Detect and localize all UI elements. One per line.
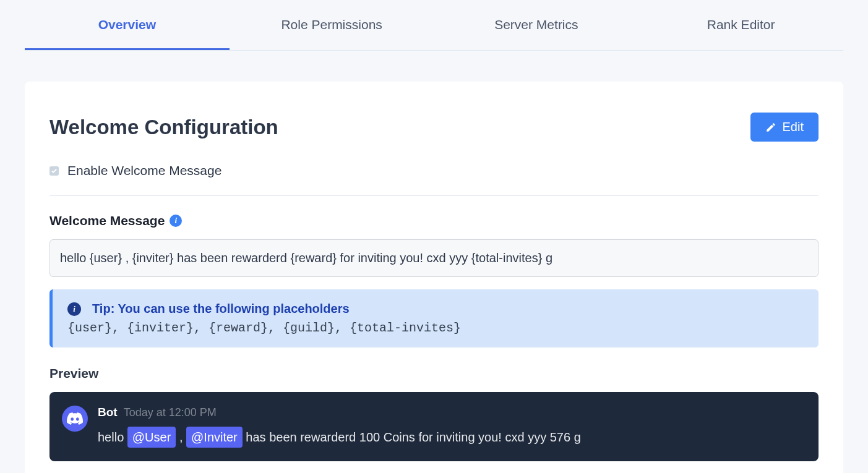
- preview-timestamp: Today at 12:00 PM: [124, 406, 217, 419]
- tab-overview[interactable]: Overview: [25, 0, 230, 50]
- inviter-mention: @Inviter: [186, 427, 243, 448]
- tip-placeholders: {user}, {inviter}, {reward}, {guild}, {t…: [67, 321, 804, 335]
- enable-welcome-label: Enable Welcome Message: [67, 163, 221, 178]
- preview-text: ,: [176, 430, 186, 444]
- tab-role-permissions[interactable]: Role Permissions: [230, 0, 434, 50]
- welcome-message-label: Welcome Message: [49, 213, 165, 228]
- edit-button[interactable]: Edit: [750, 113, 819, 142]
- welcome-message-input[interactable]: hello {user} , {inviter} has been reward…: [49, 239, 819, 277]
- tab-bar: Overview Role Permissions Server Metrics…: [25, 0, 843, 51]
- info-icon[interactable]: i: [170, 215, 182, 227]
- tip-title: Tip: You can use the following placehold…: [92, 302, 350, 316]
- info-icon: i: [67, 302, 81, 316]
- tip-header: i Tip: You can use the following placeho…: [67, 302, 804, 316]
- preview-text: hello: [98, 430, 127, 444]
- checkmark-icon: [51, 168, 58, 174]
- enable-welcome-checkbox[interactable]: [49, 166, 59, 176]
- tab-server-metrics[interactable]: Server Metrics: [434, 0, 639, 50]
- card-title: Welcome Configuration: [49, 116, 278, 139]
- preview-message: hello @User , @Inviter has been rewarder…: [98, 427, 806, 448]
- tip-box: i Tip: You can use the following placeho…: [49, 289, 819, 347]
- welcome-message-label-row: Welcome Message i: [49, 213, 819, 228]
- discord-icon: [67, 411, 83, 427]
- tab-rank-editor[interactable]: Rank Editor: [638, 0, 843, 50]
- edit-button-label: Edit: [783, 120, 804, 134]
- bot-avatar: [62, 406, 88, 432]
- welcome-config-card: Welcome Configuration Edit Enable Welcom…: [25, 82, 843, 473]
- preview-text: has been rewarderd 100 Coins for invitin…: [243, 430, 581, 444]
- bot-name: Bot: [98, 406, 118, 419]
- user-mention: @User: [127, 427, 176, 448]
- enable-welcome-row: Enable Welcome Message: [49, 163, 819, 196]
- preview-label: Preview: [49, 366, 819, 381]
- preview-box: Bot Today at 12:00 PM hello @User , @Inv…: [49, 392, 819, 461]
- pencil-icon: [765, 122, 776, 133]
- preview-content: Bot Today at 12:00 PM hello @User , @Inv…: [98, 406, 806, 448]
- card-header: Welcome Configuration Edit: [49, 113, 819, 142]
- preview-message-header: Bot Today at 12:00 PM: [98, 406, 806, 419]
